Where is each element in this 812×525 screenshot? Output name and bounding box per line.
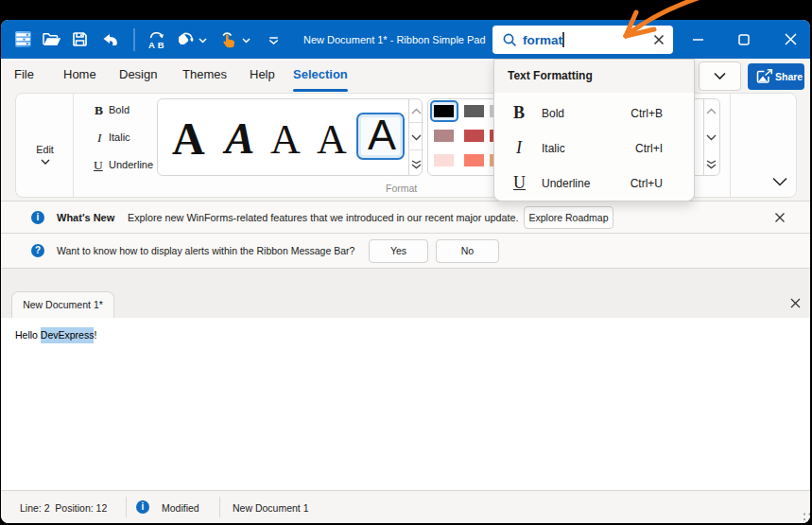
svg-text:A: A	[148, 40, 155, 49]
svg-text:B: B	[158, 40, 164, 49]
